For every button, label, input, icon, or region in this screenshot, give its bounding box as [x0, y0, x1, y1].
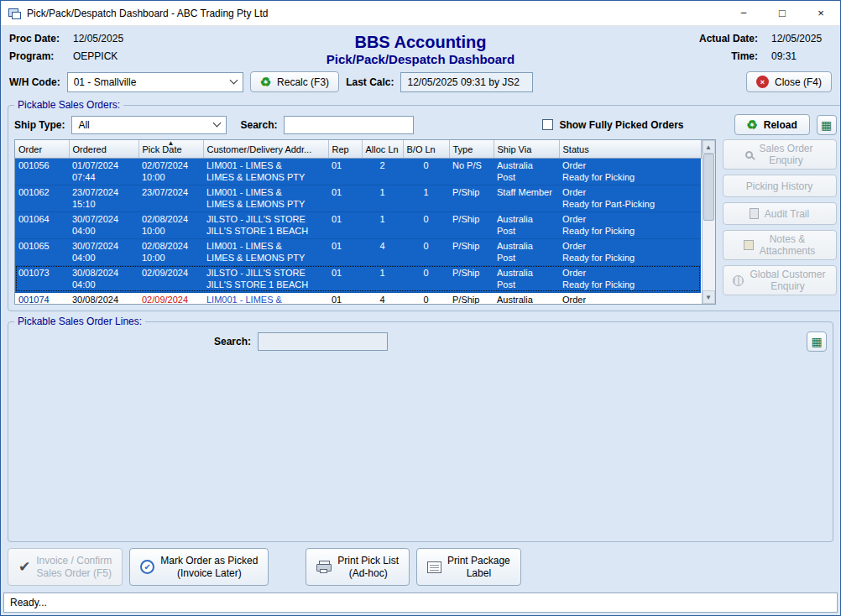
- mark-picked-button[interactable]: ✔ Mark Order as Picked (Invoice Later): [129, 548, 269, 586]
- orders-section-title: Pickable Sales Orders:: [14, 99, 123, 111]
- globe-icon: [733, 275, 744, 286]
- wh-code-value: 01 - Smallville: [74, 76, 226, 88]
- col-rep[interactable]: Rep: [328, 140, 362, 158]
- cell-pick-date: 02/08/2024 10:00: [138, 238, 203, 265]
- col-alloc-ln[interactable]: Alloc Ln: [362, 140, 403, 158]
- recalc-button[interactable]: ♻ Recalc (F3): [250, 71, 339, 92]
- minimize-button[interactable]: −: [724, 1, 763, 25]
- table-row[interactable]: 001065 30/07/2024 04:00 02/08/2024 10:00…: [15, 238, 701, 265]
- export-grid-icon: ▦: [821, 119, 832, 131]
- col-type[interactable]: Type: [449, 140, 494, 158]
- lines-controls: Search: ▦: [14, 331, 827, 352]
- table-row[interactable]: 001064 30/07/2024 04:00 02/08/2024 10:00…: [15, 211, 701, 238]
- wh-code-label: W/H Code:: [9, 76, 60, 88]
- cell-type: P/Ship: [449, 185, 494, 211]
- cell-ordered: 01/07/2024 07:44: [69, 158, 138, 185]
- cell-alloc-ln: 1: [362, 265, 403, 292]
- audit-trail-button[interactable]: Audit Trail: [723, 202, 837, 225]
- cell-rep: 01: [328, 185, 362, 211]
- maximize-button[interactable]: □: [763, 1, 802, 25]
- global-customer-enquiry-label: Global Customer Enquiry: [750, 269, 825, 292]
- time-label: Time:: [731, 50, 758, 62]
- show-fully-picked-checkbox[interactable]: [542, 119, 553, 130]
- lines-search-label: Search:: [214, 336, 251, 347]
- table-row-focused[interactable]: 001073 30/08/2024 04:00 02/09/2024 JILST…: [15, 265, 701, 292]
- sales-order-enquiry-label: Sales Order Enquiry: [759, 143, 812, 166]
- table-row[interactable]: 001056 01/07/2024 07:44 02/07/2024 10:00…: [15, 158, 701, 185]
- close-window-button[interactable]: ×: [802, 1, 840, 25]
- col-order[interactable]: Order: [15, 140, 69, 158]
- picking-history-label: Picking History: [746, 180, 812, 192]
- cell-bo-ln: 1: [403, 185, 449, 211]
- last-calc-label: Last Calc:: [346, 76, 394, 88]
- scrollbar-thumb[interactable]: [703, 154, 714, 221]
- lines-search-input[interactable]: [258, 332, 388, 351]
- order-actions-panel: Sales Order Enquiry Picking History Audi…: [723, 139, 837, 295]
- scroll-up-icon[interactable]: ▲: [703, 140, 715, 154]
- app-window: Pick/Pack/Despatch Dashboard - ABC Tradi…: [0, 0, 841, 616]
- cell-pick-date: 02/07/2024 10:00: [138, 158, 203, 185]
- cell-order: 001074: [15, 292, 69, 305]
- close-f4-label: Close (F4): [775, 76, 822, 88]
- col-bo-ln[interactable]: B/O Ln: [403, 140, 449, 158]
- pickable-sales-order-lines-section: Pickable Sales Order Lines: Search: ▦: [8, 316, 833, 542]
- col-customer[interactable]: Customer/Delivery Addr...: [203, 140, 328, 158]
- cell-type: P/Ship: [449, 292, 494, 305]
- scroll-down-icon[interactable]: ▼: [703, 290, 715, 304]
- print-package-label-button[interactable]: Print Package Label: [416, 548, 521, 586]
- cell-rep: 01: [328, 265, 362, 292]
- cell-ship-via: Australia: [494, 292, 559, 305]
- notes-attachments-button[interactable]: Notes & Attachments: [723, 230, 837, 260]
- cell-alloc-ln: 4: [362, 238, 403, 265]
- orders-search-input[interactable]: [284, 116, 414, 134]
- export-lines-button[interactable]: ▦: [807, 331, 827, 352]
- audit-trail-icon: [750, 208, 759, 219]
- col-ordered[interactable]: Ordered: [69, 140, 138, 158]
- recycle-icon: ♻: [260, 76, 271, 88]
- titlebar: Pick/Pack/Despatch Dashboard - ABC Tradi…: [1, 1, 840, 26]
- cell-type: P/Ship: [449, 238, 494, 265]
- export-grid-icon: ▦: [811, 336, 822, 347]
- col-ship-via[interactable]: Ship Via: [494, 140, 559, 158]
- cell-bo-ln: 0: [403, 238, 449, 265]
- invoice-confirm-button[interactable]: ✔ Invoice / Confirm Sales Order (F5): [8, 548, 123, 586]
- cell-alloc-ln: 2: [362, 158, 403, 185]
- close-f4-button[interactable]: × Close (F4): [746, 71, 832, 92]
- label-icon: [427, 561, 441, 573]
- cell-ship-via: Australia Post: [494, 238, 559, 265]
- wh-code-select[interactable]: 01 - Smallville: [67, 72, 243, 92]
- show-fully-picked-label: Show Fully Picked Orders: [559, 119, 683, 131]
- cell-ship-via: Australia Post: [494, 211, 559, 238]
- orders-scrollbar[interactable]: ▲ ▼: [702, 140, 715, 304]
- table-row[interactable]: 001074 30/08/2024 02/09/2024 LIM001 - LI…: [15, 292, 701, 305]
- reload-button[interactable]: ♻ Reload: [734, 114, 810, 135]
- cell-customer: LIM001 - LIMES &: [203, 292, 328, 305]
- cell-rep: 01: [328, 158, 362, 185]
- check-icon: ✔: [18, 560, 30, 574]
- picking-history-button[interactable]: Picking History: [723, 175, 837, 197]
- program-label: Program:: [9, 50, 73, 62]
- print-pick-list-button[interactable]: Print Pick List (Ad-hoc): [306, 548, 410, 586]
- chevron-down-icon: [229, 76, 238, 85]
- global-customer-enquiry-button[interactable]: Global Customer Enquiry: [723, 265, 837, 295]
- scrollbar-track[interactable]: [703, 154, 715, 290]
- cell-order: 001065: [15, 238, 69, 265]
- toolbar: W/H Code: 01 - Smallville ♻ Recalc (F3) …: [1, 68, 840, 99]
- cell-order: 001056: [15, 158, 69, 185]
- window-title: Pick/Pack/Despatch Dashboard - ABC Tradi…: [27, 8, 268, 19]
- sales-order-enquiry-button[interactable]: Sales Order Enquiry: [723, 139, 837, 170]
- cell-status: Order Ready for Picking: [559, 265, 701, 292]
- table-row[interactable]: 001062 23/07/2024 15:10 23/07/2024 LIM00…: [15, 185, 701, 211]
- col-pick-date[interactable]: ▲ Pick Date: [138, 140, 203, 158]
- col-status[interactable]: Status: [559, 140, 701, 158]
- cell-type: No P/S: [449, 158, 494, 185]
- ship-type-select[interactable]: All: [71, 116, 227, 134]
- last-calc-value: 12/05/2025 09:31 by JS2: [400, 72, 533, 92]
- search-icon: [745, 151, 753, 159]
- cell-status: Order Ready for Picking: [559, 211, 701, 238]
- audit-trail-label: Audit Trail: [765, 208, 809, 220]
- cell-customer: LIM001 - LIMES & LIMES & LEMONS PTY: [203, 238, 328, 265]
- app-icon: [8, 7, 21, 20]
- actual-date-value: 12/05/2025: [771, 33, 832, 44]
- export-orders-button[interactable]: ▦: [817, 115, 837, 135]
